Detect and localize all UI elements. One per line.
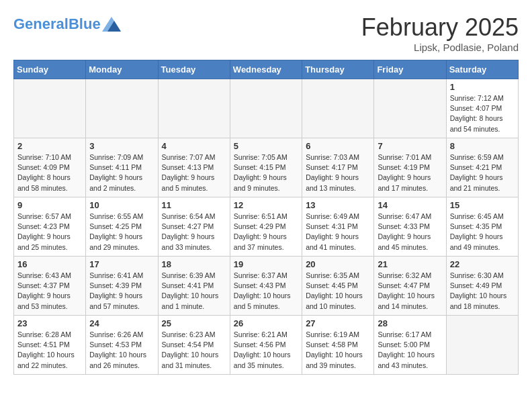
month-title: February 2025	[361, 13, 519, 42]
day-info: Sunrise: 6:51 AM Sunset: 4:29 PM Dayligh…	[234, 212, 298, 253]
day-number: 2	[17, 141, 82, 151]
day-number: 1	[450, 82, 515, 92]
day-info: Sunrise: 7:03 AM Sunset: 4:17 PM Dayligh…	[306, 152, 370, 193]
day-info: Sunrise: 6:57 AM Sunset: 4:23 PM Dayligh…	[17, 212, 82, 253]
weekday-header-tuesday: Tuesday	[158, 60, 230, 79]
calendar-cell	[374, 79, 446, 138]
calendar-cell	[158, 79, 230, 138]
day-info: Sunrise: 6:26 AM Sunset: 4:53 PM Dayligh…	[89, 330, 154, 371]
calendar-cell: 20Sunrise: 6:35 AM Sunset: 4:45 PM Dayli…	[302, 257, 374, 316]
day-info: Sunrise: 6:30 AM Sunset: 4:49 PM Dayligh…	[450, 271, 515, 312]
calendar-cell: 7Sunrise: 7:01 AM Sunset: 4:19 PM Daylig…	[374, 138, 446, 197]
day-info: Sunrise: 7:10 AM Sunset: 4:09 PM Dayligh…	[17, 152, 82, 193]
calendar-cell: 4Sunrise: 7:07 AM Sunset: 4:13 PM Daylig…	[158, 138, 230, 197]
day-number: 24	[89, 318, 154, 328]
weekday-header-thursday: Thursday	[302, 60, 374, 79]
day-number: 26	[234, 318, 298, 328]
day-number: 20	[306, 259, 370, 269]
day-number: 21	[378, 259, 442, 269]
calendar-cell: 25Sunrise: 6:23 AM Sunset: 4:54 PM Dayli…	[158, 316, 230, 375]
day-number: 6	[306, 141, 370, 151]
day-number: 17	[89, 259, 154, 269]
day-info: Sunrise: 7:01 AM Sunset: 4:19 PM Dayligh…	[378, 152, 442, 193]
day-info: Sunrise: 6:37 AM Sunset: 4:43 PM Dayligh…	[234, 271, 298, 312]
weekday-header-monday: Monday	[86, 60, 158, 79]
calendar-week-row: 16Sunrise: 6:43 AM Sunset: 4:37 PM Dayli…	[14, 257, 519, 316]
calendar-cell: 23Sunrise: 6:28 AM Sunset: 4:51 PM Dayli…	[14, 316, 86, 375]
day-number: 27	[306, 318, 370, 328]
day-info: Sunrise: 6:41 AM Sunset: 4:39 PM Dayligh…	[89, 271, 154, 312]
calendar-cell: 17Sunrise: 6:41 AM Sunset: 4:39 PM Dayli…	[86, 257, 158, 316]
calendar-cell: 6Sunrise: 7:03 AM Sunset: 4:17 PM Daylig…	[302, 138, 374, 197]
calendar-cell: 18Sunrise: 6:39 AM Sunset: 4:41 PM Dayli…	[158, 257, 230, 316]
day-number: 18	[162, 259, 226, 269]
calendar-cell: 21Sunrise: 6:32 AM Sunset: 4:47 PM Dayli…	[374, 257, 446, 316]
day-number: 8	[450, 141, 515, 151]
day-number: 28	[378, 318, 442, 328]
day-number: 15	[450, 200, 515, 210]
calendar-cell: 26Sunrise: 6:21 AM Sunset: 4:56 PM Dayli…	[230, 316, 302, 375]
calendar-cell: 3Sunrise: 7:09 AM Sunset: 4:11 PM Daylig…	[86, 138, 158, 197]
day-number: 5	[234, 141, 298, 151]
day-number: 9	[17, 200, 82, 210]
calendar-week-row: 1Sunrise: 7:12 AM Sunset: 4:07 PM Daylig…	[14, 79, 519, 138]
day-info: Sunrise: 6:28 AM Sunset: 4:51 PM Dayligh…	[17, 330, 82, 371]
calendar-body: 1Sunrise: 7:12 AM Sunset: 4:07 PM Daylig…	[14, 79, 519, 375]
day-info: Sunrise: 6:39 AM Sunset: 4:41 PM Dayligh…	[162, 271, 226, 312]
day-info: Sunrise: 6:54 AM Sunset: 4:27 PM Dayligh…	[162, 212, 226, 253]
day-info: Sunrise: 6:17 AM Sunset: 5:00 PM Dayligh…	[378, 330, 442, 371]
calendar-table: SundayMondayTuesdayWednesdayThursdayFrid…	[13, 60, 519, 375]
day-info: Sunrise: 6:23 AM Sunset: 4:54 PM Dayligh…	[162, 330, 226, 371]
day-number: 11	[162, 200, 226, 210]
calendar-week-row: 23Sunrise: 6:28 AM Sunset: 4:51 PM Dayli…	[14, 316, 519, 375]
calendar-cell	[14, 79, 86, 138]
location: Lipsk, Podlasie, Poland	[361, 42, 519, 53]
calendar-cell: 16Sunrise: 6:43 AM Sunset: 4:37 PM Dayli…	[14, 257, 86, 316]
day-number: 7	[378, 141, 442, 151]
day-number: 3	[89, 141, 154, 151]
calendar-cell: 14Sunrise: 6:47 AM Sunset: 4:33 PM Dayli…	[374, 197, 446, 257]
calendar-cell: 2Sunrise: 7:10 AM Sunset: 4:09 PM Daylig…	[14, 138, 86, 197]
day-number: 25	[162, 318, 226, 328]
calendar-cell: 22Sunrise: 6:30 AM Sunset: 4:49 PM Dayli…	[446, 257, 518, 316]
weekday-header-sunday: Sunday	[14, 60, 86, 79]
day-number: 16	[17, 259, 82, 269]
calendar-cell: 5Sunrise: 7:05 AM Sunset: 4:15 PM Daylig…	[230, 138, 302, 197]
logo-icon	[102, 17, 121, 32]
day-info: Sunrise: 6:21 AM Sunset: 4:56 PM Dayligh…	[234, 330, 298, 371]
calendar-week-row: 9Sunrise: 6:57 AM Sunset: 4:23 PM Daylig…	[14, 197, 519, 257]
calendar-cell: 27Sunrise: 6:19 AM Sunset: 4:58 PM Dayli…	[302, 316, 374, 375]
calendar-cell: 19Sunrise: 6:37 AM Sunset: 4:43 PM Dayli…	[230, 257, 302, 316]
calendar-cell: 8Sunrise: 6:59 AM Sunset: 4:21 PM Daylig…	[446, 138, 518, 197]
day-info: Sunrise: 7:12 AM Sunset: 4:07 PM Dayligh…	[450, 93, 515, 134]
day-info: Sunrise: 7:05 AM Sunset: 4:15 PM Dayligh…	[234, 152, 298, 193]
day-info: Sunrise: 6:35 AM Sunset: 4:45 PM Dayligh…	[306, 271, 370, 312]
calendar-cell: 10Sunrise: 6:55 AM Sunset: 4:25 PM Dayli…	[86, 197, 158, 257]
calendar-cell: 11Sunrise: 6:54 AM Sunset: 4:27 PM Dayli…	[158, 197, 230, 257]
calendar-cell: 24Sunrise: 6:26 AM Sunset: 4:53 PM Dayli…	[86, 316, 158, 375]
weekday-header-friday: Friday	[374, 60, 446, 79]
weekday-header-row: SundayMondayTuesdayWednesdayThursdayFrid…	[14, 60, 519, 79]
day-info: Sunrise: 6:47 AM Sunset: 4:33 PM Dayligh…	[378, 212, 442, 253]
calendar-cell	[86, 79, 158, 138]
day-number: 23	[17, 318, 82, 328]
calendar-week-row: 2Sunrise: 7:10 AM Sunset: 4:09 PM Daylig…	[14, 138, 519, 197]
day-number: 4	[162, 141, 226, 151]
day-number: 19	[234, 259, 298, 269]
day-info: Sunrise: 6:55 AM Sunset: 4:25 PM Dayligh…	[89, 212, 154, 253]
day-info: Sunrise: 7:09 AM Sunset: 4:11 PM Dayligh…	[89, 152, 154, 193]
day-info: Sunrise: 6:45 AM Sunset: 4:35 PM Dayligh…	[450, 212, 515, 253]
header: GeneralBlue February 2025 Lipsk, Podlasi…	[13, 13, 519, 53]
calendar-cell: 1Sunrise: 7:12 AM Sunset: 4:07 PM Daylig…	[446, 79, 518, 138]
calendar-cell: 28Sunrise: 6:17 AM Sunset: 5:00 PM Dayli…	[374, 316, 446, 375]
calendar-header: SundayMondayTuesdayWednesdayThursdayFrid…	[14, 60, 519, 79]
calendar-cell: 13Sunrise: 6:49 AM Sunset: 4:31 PM Dayli…	[302, 197, 374, 257]
calendar-cell	[230, 79, 302, 138]
title-block: February 2025 Lipsk, Podlasie, Poland	[361, 13, 519, 53]
day-info: Sunrise: 6:59 AM Sunset: 4:21 PM Dayligh…	[450, 152, 515, 193]
day-number: 22	[450, 259, 515, 269]
logo-text: GeneralBlue	[13, 17, 101, 32]
calendar-cell: 15Sunrise: 6:45 AM Sunset: 4:35 PM Dayli…	[446, 197, 518, 257]
day-info: Sunrise: 6:49 AM Sunset: 4:31 PM Dayligh…	[306, 212, 370, 253]
weekday-header-saturday: Saturday	[446, 60, 518, 79]
